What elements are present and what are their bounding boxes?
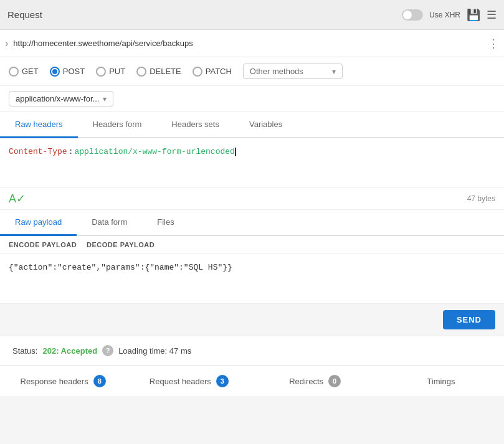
use-xhr-toggle[interactable]: [402, 9, 423, 21]
byte-count: 47 bytes: [467, 194, 495, 203]
header-value: application/x-www-form-urlencoded: [74, 147, 234, 156]
bottom-tab-timings[interactable]: Timings: [378, 366, 504, 396]
bottom-tab-response-headers[interactable]: Response headers 8: [0, 366, 126, 396]
request-headers-badge: 3: [216, 375, 229, 387]
status-help-icon[interactable]: ?: [102, 345, 113, 356]
app-header: Request Use XHR 💾 ☰: [0, 0, 504, 30]
method-patch-label: PATCH: [206, 67, 232, 76]
tab-headers-sets[interactable]: Headers sets: [156, 112, 234, 138]
payload-content: {"action":"create","params":{"name":"SQL…: [9, 263, 232, 272]
cursor-bar: [235, 148, 236, 156]
method-put-label: PUT: [109, 67, 125, 76]
method-patch[interactable]: PATCH: [193, 67, 232, 77]
tab-data-form[interactable]: Data form: [77, 210, 142, 236]
tab-variables[interactable]: Variables: [234, 112, 297, 138]
content-type-select[interactable]: application/x-www-for... ▾: [9, 91, 113, 106]
decode-payload-button[interactable]: DECODE PAYLOAD: [87, 241, 155, 248]
response-headers-badge: 8: [93, 375, 106, 387]
bottom-tabs: Response headers 8 Request headers 3 Red…: [0, 366, 504, 396]
header-right: Use XHR 💾 ☰: [402, 8, 497, 22]
status-label: Status:: [12, 346, 37, 356]
header-separator: :: [69, 147, 74, 156]
send-row: SEND: [0, 304, 504, 336]
tab-raw-payload[interactable]: Raw payload: [0, 210, 77, 236]
payload-editor[interactable]: {"action":"create","params":{"name":"SQL…: [0, 254, 504, 304]
content-type-text: application/x-www-for...: [16, 94, 99, 103]
use-xhr-label: Use XHR: [429, 11, 460, 19]
content-type-row: application/x-www-for... ▾: [0, 86, 504, 112]
other-methods-chevron: ▾: [332, 67, 336, 76]
radio-patch[interactable]: [193, 67, 202, 77]
method-delete-label: DELETE: [150, 67, 181, 76]
method-post-label: POST: [63, 67, 85, 76]
response-headers-label: Response headers: [21, 377, 88, 386]
save-icon[interactable]: 💾: [467, 8, 480, 22]
redirects-label: Redirects: [289, 377, 323, 386]
bottom-tab-request-headers[interactable]: Request headers 3: [126, 366, 252, 396]
content-type-chevron: ▾: [103, 95, 107, 103]
payload-tabs: Raw payload Data form Files: [0, 210, 504, 236]
bottom-tab-redirects[interactable]: Redirects 0: [252, 366, 378, 396]
timings-label: Timings: [427, 377, 455, 386]
url-bar: › ⋮: [0, 30, 504, 57]
status-bar: Status: 202: Accepted ? Loading time: 47…: [0, 336, 504, 366]
method-get-label: GET: [22, 67, 39, 76]
other-methods-text: Other methods: [250, 67, 328, 76]
header-tabs: Raw headers Headers form Headers sets Va…: [0, 112, 504, 138]
method-put[interactable]: PUT: [96, 67, 125, 77]
method-post[interactable]: POST: [50, 67, 85, 77]
request-headers-label: Request headers: [150, 377, 211, 386]
loading-time: Loading time: 47 ms: [118, 346, 191, 356]
radio-post[interactable]: [50, 67, 60, 77]
tab-headers-form[interactable]: Headers form: [78, 112, 157, 138]
spell-check-icon[interactable]: A✓: [9, 192, 26, 205]
radio-put[interactable]: [96, 67, 106, 77]
send-button[interactable]: SEND: [443, 310, 495, 329]
tab-raw-headers[interactable]: Raw headers: [0, 112, 78, 138]
encode-row: ENCODE PAYLOAD DECODE PAYLOAD: [0, 236, 504, 254]
method-row: GET POST PUT DELETE PATCH Other methods …: [0, 57, 504, 86]
radio-get[interactable]: [9, 67, 19, 77]
menu-icon[interactable]: ☰: [487, 8, 497, 22]
tab-files[interactable]: Files: [142, 210, 189, 236]
other-methods-dropdown[interactable]: Other methods ▾: [243, 64, 343, 79]
status-code: 202: Accepted: [42, 346, 97, 356]
method-get[interactable]: GET: [9, 67, 39, 77]
encode-payload-button[interactable]: ENCODE PAYLOAD: [9, 241, 77, 248]
app-title: Request: [7, 9, 42, 20]
url-input[interactable]: [13, 39, 488, 48]
url-more-icon[interactable]: ⋮: [488, 37, 499, 50]
header-key: Content-Type: [9, 147, 67, 156]
url-expand-icon[interactable]: ›: [5, 38, 8, 49]
method-delete[interactable]: DELETE: [136, 67, 181, 77]
headers-editor[interactable]: Content-Type : application/x-www-form-ur…: [0, 138, 504, 188]
radio-delete[interactable]: [136, 67, 146, 77]
headers-footer: A✓ 47 bytes: [0, 188, 504, 210]
redirects-badge: 0: [328, 375, 341, 387]
header-line: Content-Type : application/x-www-form-ur…: [9, 147, 495, 156]
